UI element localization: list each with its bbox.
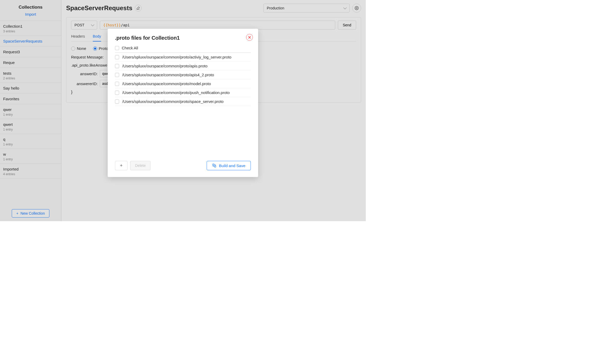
checkbox-icon[interactable] (115, 73, 119, 77)
file-path: /Users/spluxx/ourspace/common/proto/acti… (122, 55, 231, 59)
delete-button[interactable]: Delete (130, 161, 150, 170)
plus-icon: + (120, 163, 123, 168)
build-save-button[interactable]: Build and Save (207, 161, 251, 170)
file-path: /Users/spluxx/ourspace/common/proto/spac… (122, 99, 224, 104)
add-file-button[interactable]: + (115, 161, 128, 170)
modal-title: .proto files for Collection1 (115, 35, 251, 41)
build-icon (212, 163, 216, 168)
file-list: /Users/spluxx/ourspace/common/proto/acti… (115, 53, 251, 106)
app-root: Collections Import Collection13 entriesS… (0, 0, 366, 221)
modal-close-button[interactable] (246, 34, 253, 41)
file-row[interactable]: /Users/spluxx/ourspace/common/proto/acti… (115, 53, 251, 62)
modal-overlay[interactable]: .proto files for Collection1 Check All /… (0, 0, 366, 221)
modal-spacer (115, 106, 251, 156)
file-row[interactable]: /Users/spluxx/ourspace/common/proto/apis… (115, 62, 251, 71)
checkbox-icon[interactable] (115, 46, 119, 50)
file-row[interactable]: /Users/spluxx/ourspace/common/proto/apis… (115, 71, 251, 79)
file-row[interactable]: /Users/spluxx/ourspace/common/proto/push… (115, 88, 251, 97)
checkbox-icon[interactable] (115, 99, 119, 104)
svg-rect-1 (213, 164, 214, 165)
checkbox-icon[interactable] (115, 64, 119, 68)
check-all-row[interactable]: Check All (115, 46, 251, 53)
modal-footer: + Delete Build and Save (115, 161, 251, 170)
checkbox-icon[interactable] (115, 82, 119, 86)
svg-rect-2 (215, 166, 216, 167)
file-row[interactable]: /Users/spluxx/ourspace/common/proto/spac… (115, 97, 251, 106)
checkbox-icon[interactable] (115, 91, 119, 95)
file-row[interactable]: /Users/spluxx/ourspace/common/proto/mode… (115, 79, 251, 88)
file-path: /Users/spluxx/ourspace/common/proto/apis… (122, 73, 214, 77)
file-path: /Users/spluxx/ourspace/common/proto/push… (122, 90, 230, 95)
check-all-label: Check All (122, 46, 138, 50)
proto-files-modal: .proto files for Collection1 Check All /… (108, 29, 258, 177)
build-save-label: Build and Save (219, 163, 245, 168)
checkbox-icon[interactable] (115, 55, 119, 59)
file-path: /Users/spluxx/ourspace/common/proto/apis… (122, 64, 207, 68)
file-path: /Users/spluxx/ourspace/common/proto/mode… (122, 81, 211, 86)
